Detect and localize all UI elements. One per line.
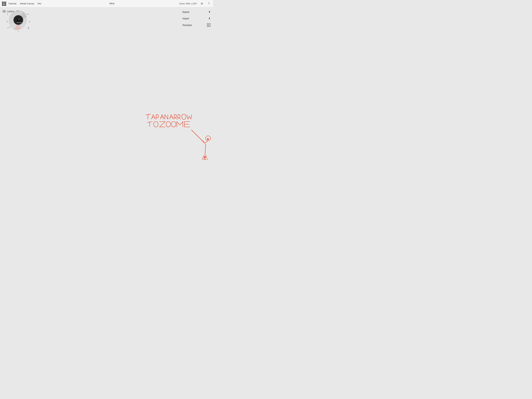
nav-right-controls: Zoom: 66% △333° ⚙ ? <box>179 1 211 6</box>
apps-grid-icon[interactable] <box>2 2 6 6</box>
right-panel: Export ⬆ Import ⬇ Precision <box>180 7 213 30</box>
pro-badge: PRO <box>109 2 114 5</box>
svg-text:3.8: 3.8 <box>7 21 8 22</box>
export-label: Export <box>183 11 189 13</box>
svg-text:13: 13 <box>7 13 8 15</box>
zoom-info: Zoom: 66% △333° <box>179 2 197 5</box>
svg-text:7.91: 7.91 <box>17 31 20 32</box>
import-button[interactable]: Import ⬇ <box>183 15 210 21</box>
svg-text:17.5: 17.5 <box>7 27 9 28</box>
svg-point-3 <box>18 19 20 20</box>
hamburger-icon <box>3 10 6 12</box>
settings-icon[interactable]: ⚙ <box>199 1 204 6</box>
export-button[interactable]: Export ⬆ <box>183 9 210 15</box>
layers-label: Layers <box>7 10 14 13</box>
precision-button[interactable]: Precision <box>183 22 210 28</box>
import-icon: ⬇ <box>208 17 210 20</box>
precision-grid-icon <box>207 23 210 27</box>
top-navigation-bar: Tutorials Infinite Canvas Pen PRO Zoom: … <box>0 0 213 7</box>
layers-button[interactable]: Layers <box>3 10 14 13</box>
export-icon: ⬆ <box>208 10 210 13</box>
canvas-area[interactable] <box>0 7 213 160</box>
precision-label: Precision <box>183 24 192 26</box>
nav-center: PRO <box>45 2 179 5</box>
tutorials-nav-item[interactable]: Tutorials <box>8 2 17 5</box>
infinite-canvas-nav-item[interactable]: Infinite Canvas <box>20 2 34 5</box>
svg-text:7.91: 7.91 <box>26 14 29 15</box>
import-label: Import <box>183 17 189 20</box>
svg-text:100: 100 <box>17 10 19 12</box>
pen-nav-item[interactable]: Pen <box>38 2 41 5</box>
svg-text:3.8: 3.8 <box>29 21 30 22</box>
svg-text:12.7 pts: 12.7 pts <box>17 22 22 23</box>
help-icon[interactable]: ? <box>206 1 211 6</box>
